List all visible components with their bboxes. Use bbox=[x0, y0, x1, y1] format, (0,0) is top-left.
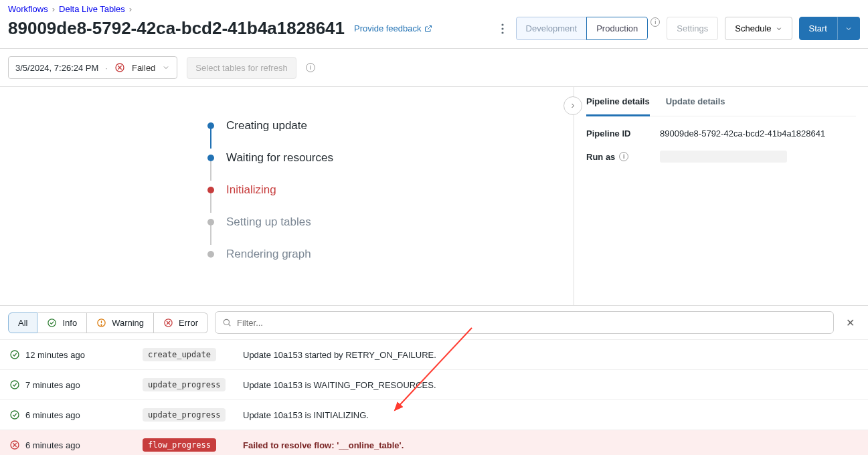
log-rows: 12 minutes agocreate_updateUpdate 10a153… bbox=[0, 339, 868, 455]
log-event-tag: update_progress bbox=[143, 408, 226, 422]
log-filter-input-wrap bbox=[215, 311, 834, 334]
log-filter-error[interactable]: Error bbox=[154, 312, 208, 333]
log-message: Update 10a153 is INITIALIZING. bbox=[243, 410, 859, 420]
breadcrumb-workflows[interactable]: Workflows bbox=[8, 4, 48, 14]
pipeline-id-value: 89009de8-5792-42ca-bcd2-41b4a1828641 bbox=[660, 128, 825, 139]
error-icon bbox=[114, 62, 125, 73]
check-circle-icon bbox=[47, 318, 57, 328]
error-icon bbox=[9, 440, 25, 450]
svg-line-0 bbox=[428, 25, 432, 29]
log-time: 6 minutes ago bbox=[25, 410, 143, 420]
run-status: Failed bbox=[132, 63, 155, 73]
check-circle-icon bbox=[9, 379, 25, 390]
log-message: Update 10a153 is WAITING_FOR_RESOURCES. bbox=[243, 380, 859, 390]
tab-pipeline-details[interactable]: Pipeline details bbox=[586, 87, 650, 116]
chevron-right-icon: › bbox=[52, 4, 55, 14]
pipeline-id-label: Pipeline ID bbox=[586, 128, 660, 139]
details-panel: Pipeline details Update details Pipeline… bbox=[574, 87, 868, 305]
tab-update-details[interactable]: Update details bbox=[666, 87, 725, 116]
start-dropdown[interactable] bbox=[837, 17, 860, 40]
mode-toggle: Development Production bbox=[516, 17, 648, 40]
chevron-down-icon bbox=[776, 25, 782, 32]
stage-area: Creating updateWaiting for resourcesInit… bbox=[0, 87, 574, 305]
log-message: Failed to resolve flow: '__online_table'… bbox=[243, 440, 859, 450]
main-content: Creating updateWaiting for resourcesInit… bbox=[0, 87, 868, 306]
svg-point-16 bbox=[11, 351, 19, 359]
svg-point-10 bbox=[101, 325, 102, 325]
production-toggle[interactable]: Production bbox=[586, 17, 648, 40]
log-filter-warning[interactable]: Warning bbox=[87, 312, 154, 333]
stage-item: Waiting for resources bbox=[207, 142, 574, 174]
log-row[interactable]: 6 minutes agoupdate_progressUpdate 10a15… bbox=[0, 399, 868, 430]
close-icon[interactable]: ✕ bbox=[841, 314, 860, 332]
run-selector[interactable]: 3/5/2024, 7:26:24 PM · Failed bbox=[8, 56, 177, 79]
chevron-down-icon bbox=[845, 25, 853, 33]
run-as-value-redacted bbox=[660, 151, 787, 163]
search-icon bbox=[222, 318, 232, 327]
stage-dot-icon bbox=[207, 155, 214, 161]
stage-label: Waiting for resources bbox=[226, 151, 333, 165]
log-row[interactable]: 6 minutes agoflow_progressFailed to reso… bbox=[0, 430, 868, 455]
svg-point-7 bbox=[48, 318, 56, 326]
run-selector-bar: 3/5/2024, 7:26:24 PM · Failed Select tab… bbox=[0, 49, 868, 87]
svg-point-18 bbox=[11, 411, 19, 419]
chevron-right-icon bbox=[569, 102, 577, 110]
stage-item: Setting up tables bbox=[207, 206, 574, 238]
stage-dot-icon bbox=[207, 122, 214, 129]
error-icon bbox=[163, 318, 173, 328]
run-as-label: Run as i bbox=[586, 152, 660, 162]
log-row[interactable]: 12 minutes agocreate_updateUpdate 10a153… bbox=[0, 339, 868, 369]
info-icon[interactable]: i bbox=[619, 152, 628, 161]
check-circle-icon bbox=[9, 349, 25, 360]
stage-label: Initializing bbox=[226, 183, 276, 197]
log-row[interactable]: 7 minutes agoupdate_progressUpdate 10a15… bbox=[0, 369, 868, 399]
provide-feedback-link[interactable]: Provide feedback bbox=[354, 23, 432, 33]
stage-item: Creating update bbox=[207, 110, 574, 142]
svg-point-17 bbox=[11, 381, 19, 389]
info-icon[interactable]: i bbox=[650, 17, 660, 27]
check-circle-icon bbox=[9, 410, 25, 420]
log-filter-all[interactable]: All bbox=[8, 312, 37, 333]
stage-label: Rendering graph bbox=[226, 248, 311, 261]
chevron-down-icon bbox=[162, 64, 170, 72]
stage-dot-icon bbox=[207, 187, 214, 193]
stage-label: Creating update bbox=[226, 119, 307, 132]
log-event-tag: flow_progress bbox=[143, 438, 216, 452]
kebab-menu-icon[interactable] bbox=[496, 19, 509, 38]
page-header: Workflows › Delta Live Tables › 89009de8… bbox=[0, 0, 868, 49]
details-tabs: Pipeline details Update details bbox=[586, 87, 856, 116]
svg-line-15 bbox=[229, 325, 231, 327]
settings-button[interactable]: Settings bbox=[667, 17, 718, 40]
breadcrumb: Workflows › Delta Live Tables › bbox=[8, 4, 860, 14]
log-event-tag: create_update bbox=[143, 348, 216, 361]
chevron-right-icon: › bbox=[129, 4, 132, 14]
stage-dot-icon bbox=[207, 251, 214, 258]
stage-label: Setting up tables bbox=[226, 215, 311, 229]
log-time: 6 minutes ago bbox=[25, 440, 143, 450]
log-time: 7 minutes ago bbox=[25, 380, 143, 390]
log-message: Update 10a153 started by RETRY_ON_FAILUR… bbox=[243, 350, 859, 360]
warning-icon bbox=[96, 318, 106, 328]
svg-point-1 bbox=[501, 23, 503, 25]
log-filter-bar: All Info Warning Error ✕ bbox=[0, 306, 868, 334]
breadcrumb-dlt[interactable]: Delta Live Tables bbox=[59, 4, 125, 14]
select-tables-button[interactable]: Select tables for refresh bbox=[187, 57, 296, 79]
log-event-tag: update_progress bbox=[143, 378, 226, 391]
svg-point-2 bbox=[501, 27, 503, 29]
stage-dot-icon bbox=[207, 219, 214, 225]
stage-item: Rendering graph bbox=[207, 238, 574, 270]
schedule-dropdown[interactable]: Schedule bbox=[725, 17, 792, 40]
log-filter-info[interactable]: Info bbox=[37, 312, 87, 333]
start-button[interactable]: Start bbox=[799, 17, 837, 40]
log-filter-input[interactable] bbox=[237, 318, 827, 328]
svg-point-14 bbox=[224, 319, 229, 325]
run-timestamp: 3/5/2024, 7:26:24 PM bbox=[15, 63, 98, 73]
stage-item: Initializing bbox=[207, 174, 574, 206]
external-link-icon bbox=[424, 25, 432, 33]
collapse-panel-button[interactable] bbox=[563, 96, 582, 115]
info-icon[interactable]: i bbox=[306, 63, 315, 72]
log-time: 12 minutes ago bbox=[25, 350, 143, 360]
development-toggle[interactable]: Development bbox=[516, 17, 587, 40]
page-title: 89009de8-5792-42ca-bcd2-41b4a1828641 bbox=[8, 18, 345, 39]
svg-point-3 bbox=[501, 31, 503, 33]
